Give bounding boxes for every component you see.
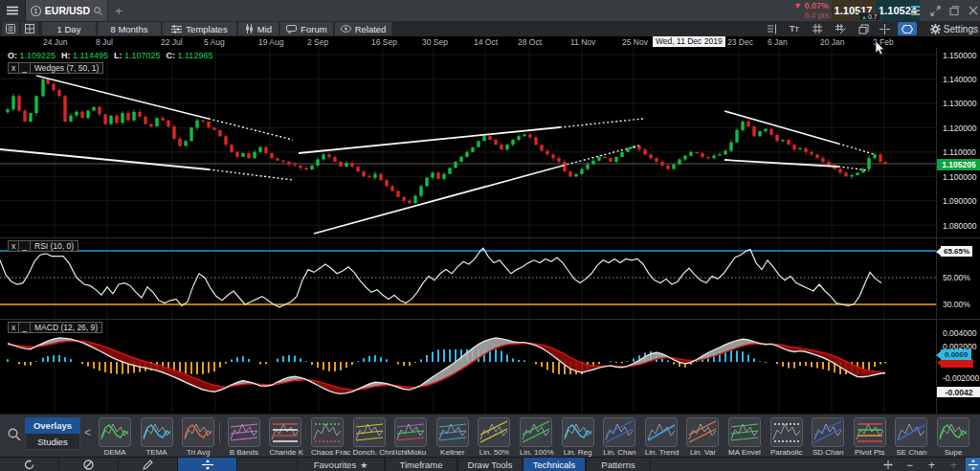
news-panel-button[interactable] [762,22,781,35]
price-scale[interactable]: 1.1500001.1400001.1300001.1200001.110000… [936,48,980,237]
layout-list-button[interactable] [2,22,19,35]
price-mode-button[interactable]: Mid [238,22,278,35]
strip-prev-arrow[interactable]: < [84,426,91,439]
indicator-tile-chaos-frac[interactable]: Chaos Frac [311,417,344,457]
related-label: Related [355,24,387,34]
indicator-tile-tri-avg[interactable]: Tri Avg [182,417,214,457]
indicator-tile-lin-chan[interactable]: Lin. Chan [603,417,635,457]
indicator-tile-keltner[interactable]: Keltner [436,417,469,457]
date-tick: 19 Aug [258,37,283,47]
snap-grid-button[interactable] [831,22,850,35]
wedges-close-button[interactable]: x [8,62,19,74]
windows-cascade-button[interactable] [854,22,873,35]
settings-label: Settings [944,24,978,34]
split-panels-button[interactable] [178,458,237,471]
tab-studies[interactable]: Studies [25,434,80,450]
indicator-search-icon[interactable] [8,428,21,441]
statusbar-tab-patterns[interactable]: Patterns [586,458,651,471]
rsi-close-button[interactable]: x [8,240,19,252]
indicator-tile-se-chan[interactable]: SE Chan [895,417,927,457]
statusbar-tab-draw-tools[interactable]: Draw Tools [457,458,523,471]
pan-mode-button[interactable]: + [944,458,964,471]
indicator-tile-chande-k[interactable]: Chande K [269,417,301,457]
macd-close-button[interactable]: x [8,322,19,333]
close-value: 1.112965 [178,51,213,60]
selection-tool-button[interactable] [898,22,917,35]
fit-chart-button[interactable] [878,458,898,471]
reset-chart-button[interactable] [0,458,59,471]
price-chart-panel[interactable] [0,48,936,237]
indicator-tile-label: Donch. Chnl [353,448,386,457]
indicator-tile-lin-50-[interactable]: Lin. 50% [478,417,510,457]
statusbar-tab-label: Timeframe [399,460,442,470]
indicator-thumbnail [686,417,719,447]
panel-separator[interactable] [0,237,980,238]
indicator-tile-label: Parabolic [770,448,803,457]
macd-scale[interactable]: 0.0009 -0.0042 0.0040000.002000-0.002000 [936,319,980,414]
indicator-tile-donch-chnl[interactable]: Donch. Chnl [353,417,386,457]
symbol-name: EUR/USD [45,5,90,16]
chart-tab-eurusd[interactable]: 1 EUR/USD [26,0,108,21]
tab-overlays[interactable]: Overlays [25,417,80,434]
macd-panel[interactable] [0,319,936,414]
range-button[interactable]: 8 Months [98,22,161,35]
settings-button[interactable]: Settings [930,22,978,35]
wedges-minimize-button[interactable]: _ [19,62,31,74]
gridlines-toggle-button[interactable] [808,22,827,35]
zoom-out-button[interactable]: − [900,458,920,471]
indicator-tile-b-bands[interactable]: B Bands [228,417,260,457]
indicator-tile-lin-trend[interactable]: Lin. Trend [645,417,678,457]
zoom-in-button[interactable]: + [922,458,942,471]
indicator-tile-pivot-pts[interactable]: Pivot Pts [854,417,886,457]
forum-button[interactable]: Forum [280,22,333,35]
search-icon[interactable] [94,7,102,15]
chart-type-icon[interactable] [911,5,922,16]
templates-button[interactable]: Templates [163,22,236,35]
indicator-tile-label: Keltner [436,448,469,457]
timeframe-button[interactable]: 1 Day [42,22,96,35]
resize-icon[interactable] [930,6,941,16]
statusbar-tab-favourites[interactable]: Favourites★ [297,458,385,471]
indicator-tile-dema[interactable]: DEMA [99,417,131,457]
panel-separator[interactable] [0,319,980,320]
indicator-tile-ichimoku[interactable]: IchiMoku [394,417,427,457]
statusbar-tab-timeframe[interactable]: Timeframe [385,458,457,471]
draw-mode-button[interactable] [119,458,178,471]
rsi-low-tick: 30.00% [943,300,970,309]
indicator-tile-ma-envel[interactable]: MA Envel [728,417,761,457]
macd-minimize-button[interactable]: _ [19,322,31,333]
hamburger-menu-button[interactable] [0,0,26,21]
text-annotation-button[interactable]: TT [785,22,804,35]
rsi-minimize-button[interactable]: _ [19,240,31,252]
layout-grid-button[interactable] [21,22,38,35]
crosshair-icon [880,24,890,34]
indicator-tile-sd-chan[interactable]: SD Chan [812,417,844,457]
statusbar-tab-technicals[interactable]: Technicals [523,458,586,471]
related-button[interactable]: Related [335,22,391,35]
minus-icon: − [906,459,913,471]
date-axis[interactable]: 24 Jun8 Jul22 Jul5 Aug19 Aug2 Sep16 Sep3… [0,36,936,48]
indicator-thumbnail [99,417,131,447]
grid-hash-icon [813,24,822,34]
crosshair-button[interactable] [875,22,894,35]
indicator-tile-lin-100-[interactable]: Lin. 100% [520,417,552,457]
rsi-panel[interactable] [0,237,936,319]
popout-window-icon[interactable] [949,6,960,16]
indicator-tile-lin-var[interactable]: Lin. Var [686,417,719,457]
indicator-tile-label: Chaos Frac [311,448,344,457]
spread-badge: ▲ 0.7 [858,12,880,21]
close-icon[interactable] [969,6,978,15]
indicator-tile-label: Lin. 50% [478,448,510,457]
indicator-tile-supe[interactable]: Supe [937,417,969,457]
add-tab-button[interactable]: + [108,0,129,21]
clear-drawings-button[interactable] [59,458,119,471]
date-tick: 6 Jan [768,37,788,47]
indicator-tile-parabolic[interactable]: Parabolic [770,417,803,457]
resize-panels-button[interactable] [966,458,980,471]
rsi-scale[interactable]: 65.65% 50.00% 30.00% [936,237,980,319]
indicator-tile-tema[interactable]: TEMA [141,417,173,457]
indicator-tile-label: Lin. Var [686,448,719,457]
status-bar: Favourites★TimeframeDraw ToolsTechnicals… [0,457,980,471]
indicator-tile-label: Pivot Pts [854,448,886,457]
indicator-tile-lin-reg[interactable]: Lin. Reg [562,417,594,457]
